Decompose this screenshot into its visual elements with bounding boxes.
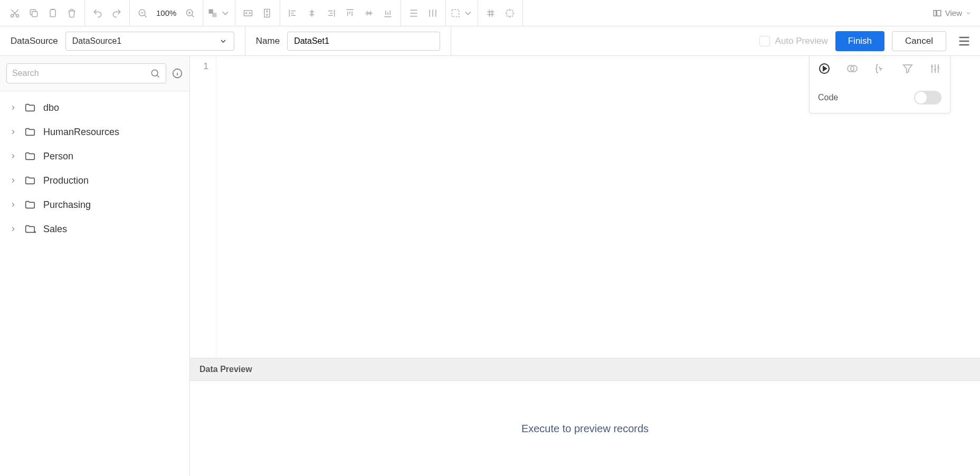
align-right-button[interactable]: [321, 4, 340, 23]
name-section: Name: [245, 26, 451, 55]
search-input[interactable]: [12, 69, 150, 78]
zoom-out-button[interactable]: [133, 4, 152, 23]
align-center-icon: [307, 8, 317, 18]
folder-icon: [24, 199, 36, 211]
svg-rect-13: [937, 10, 941, 16]
folder-icon: [24, 175, 36, 186]
align-bottom-icon: [383, 8, 393, 18]
view-label: View: [945, 8, 962, 17]
gutter: 1: [190, 56, 216, 358]
zoom-out-icon: [137, 8, 148, 18]
selection-dropdown[interactable]: [449, 4, 474, 23]
svg-point-0: [11, 14, 14, 17]
tree-item-label: Purchasing: [43, 199, 91, 211]
settings-icon[interactable]: [929, 62, 941, 75]
join-icon[interactable]: [846, 62, 859, 75]
cut-icon: [9, 8, 20, 18]
align-h-group: [280, 0, 401, 26]
select-group: [446, 0, 478, 26]
snap-button[interactable]: [500, 4, 519, 23]
redo-icon: [111, 8, 122, 18]
execute-icon[interactable]: [818, 62, 831, 75]
line-number: 1: [190, 61, 208, 72]
tree-item[interactable]: HumanResources: [0, 120, 189, 144]
svg-point-1: [16, 14, 19, 17]
sidebar: dbo HumanResources Person Production Pur: [0, 56, 190, 476]
cut-button[interactable]: [5, 4, 24, 23]
shape-dropdown[interactable]: [206, 4, 232, 23]
align-left-icon: [288, 8, 298, 18]
chevron-right-icon: [9, 177, 17, 184]
folder-icon: [24, 223, 36, 235]
align-middle-button[interactable]: [359, 4, 378, 23]
paste-icon: [47, 8, 58, 18]
chevron-right-icon: [9, 225, 17, 233]
search-icon: [150, 68, 160, 79]
align-bottom-button[interactable]: [378, 4, 397, 23]
preview-panel: Data Preview Execute to preview records: [190, 358, 980, 476]
folder-icon: [24, 102, 36, 113]
auto-preview-checkbox[interactable]: Auto Preview: [759, 36, 828, 46]
align-center-button[interactable]: [302, 4, 321, 23]
fit-height-button[interactable]: [258, 4, 277, 23]
toggle-knob: [915, 92, 927, 103]
trash-icon: [66, 8, 77, 18]
selection-icon: [450, 8, 461, 18]
undo-button[interactable]: [88, 4, 107, 23]
tree-item[interactable]: Purchasing: [0, 193, 189, 217]
code-editor[interactable]: 1 Code: [190, 56, 980, 358]
tree-item[interactable]: Person: [0, 144, 189, 168]
name-input[interactable]: [287, 32, 440, 51]
tree-item-label: Person: [43, 151, 73, 162]
shapes-icon: [207, 8, 218, 18]
code-toggle-label: Code: [818, 93, 838, 102]
view-icon: [933, 8, 942, 18]
tree-item[interactable]: Production: [0, 168, 189, 193]
editor-area: 1 Code Data Previe: [190, 56, 980, 476]
svg-rect-12: [934, 10, 936, 16]
view-dropdown[interactable]: View: [926, 8, 978, 18]
tree-item[interactable]: Sales: [0, 217, 189, 241]
search-box[interactable]: [6, 63, 166, 83]
info-icon[interactable]: [172, 68, 183, 79]
datasource-dropdown[interactable]: DataSource1: [65, 32, 234, 51]
tree-item-label: Production: [43, 175, 89, 186]
snap-icon: [505, 8, 515, 18]
chevron-down-icon: [220, 8, 231, 18]
code-toggle[interactable]: [914, 91, 941, 104]
redo-button[interactable]: [107, 4, 126, 23]
history-group: [85, 0, 130, 26]
folder-icon: [24, 150, 36, 162]
function-icon[interactable]: [873, 62, 886, 75]
chevron-down-icon: [463, 8, 473, 18]
grid-icon: [486, 8, 496, 18]
copy-button[interactable]: [24, 4, 43, 23]
finish-button[interactable]: Finish: [835, 31, 884, 51]
delete-button[interactable]: [62, 4, 81, 23]
align-left-button[interactable]: [283, 4, 302, 23]
distribute-h-icon: [408, 8, 419, 18]
datasource-value: DataSource1: [72, 36, 121, 46]
chevron-right-icon: [9, 128, 17, 136]
fit-width-button[interactable]: [239, 4, 258, 23]
cancel-button[interactable]: Cancel: [892, 31, 946, 51]
zoom-in-button[interactable]: [180, 4, 199, 23]
distribute-v-button[interactable]: [423, 4, 442, 23]
svg-rect-11: [507, 10, 513, 16]
name-label: Name: [256, 36, 280, 46]
zoom-level: 100%: [152, 8, 180, 17]
chevron-down-icon: [219, 37, 227, 45]
align-middle-icon: [364, 8, 374, 18]
distribute-h-button[interactable]: [404, 4, 423, 23]
chevron-right-icon: [9, 153, 17, 160]
grid-button[interactable]: [481, 4, 500, 23]
zoom-in-icon: [185, 8, 195, 18]
paste-button[interactable]: [43, 4, 62, 23]
align-top-button[interactable]: [340, 4, 359, 23]
filter-icon[interactable]: [901, 62, 914, 75]
tree-item-label: HumanResources: [43, 127, 119, 138]
distribute-v-icon: [427, 8, 438, 18]
menu-button[interactable]: [957, 34, 972, 49]
tree-item[interactable]: dbo: [0, 96, 189, 120]
config-right: Auto Preview Finish Cancel: [451, 31, 980, 51]
